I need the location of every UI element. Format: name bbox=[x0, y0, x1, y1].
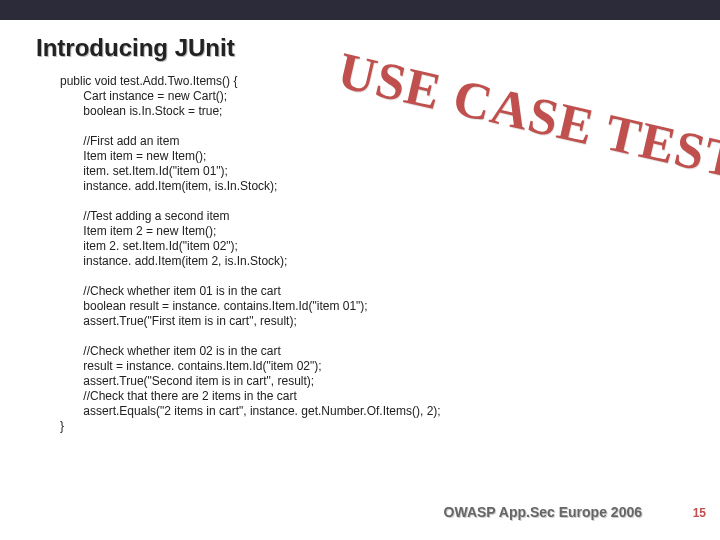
code-line: } bbox=[60, 419, 64, 433]
code-line: //Test adding a second item bbox=[60, 209, 229, 223]
code-line: Item item 2 = new Item(); bbox=[60, 224, 216, 238]
code-line: result = instance. contains.Item.Id("ite… bbox=[60, 359, 322, 373]
code-line: //Check whether item 02 is in the cart bbox=[60, 344, 281, 358]
code-line: //First add an item bbox=[60, 134, 179, 148]
code-line: item 2. set.Item.Id("item 02"); bbox=[60, 239, 238, 253]
code-line: assert.Equals("2 items in cart", instanc… bbox=[60, 404, 441, 418]
top-bar bbox=[0, 0, 720, 20]
code-block: public void test.Add.Two.Items() { Cart … bbox=[60, 74, 620, 434]
code-line: Cart instance = new Cart(); bbox=[60, 89, 227, 103]
slide-title: Introducing JUnit bbox=[36, 34, 235, 62]
page-number: 15 bbox=[693, 506, 706, 520]
code-line: assert.True("Second item is in cart", re… bbox=[60, 374, 314, 388]
code-line: public void test.Add.Two.Items() { bbox=[60, 74, 237, 88]
code-line: boolean is.In.Stock = true; bbox=[60, 104, 222, 118]
footer-text: OWASP App.Sec Europe 2006 bbox=[444, 504, 642, 520]
code-line: //Check that there are 2 items in the ca… bbox=[60, 389, 297, 403]
code-line: instance. add.Item(item 2, is.In.Stock); bbox=[60, 254, 287, 268]
code-line: instance. add.Item(item, is.In.Stock); bbox=[60, 179, 277, 193]
code-line: item. set.Item.Id("item 01"); bbox=[60, 164, 228, 178]
code-line: boolean result = instance. contains.Item… bbox=[60, 299, 368, 313]
code-line: //Check whether item 01 is in the cart bbox=[60, 284, 281, 298]
code-line: Item item = new Item(); bbox=[60, 149, 206, 163]
code-line: assert.True("First item is in cart", res… bbox=[60, 314, 297, 328]
